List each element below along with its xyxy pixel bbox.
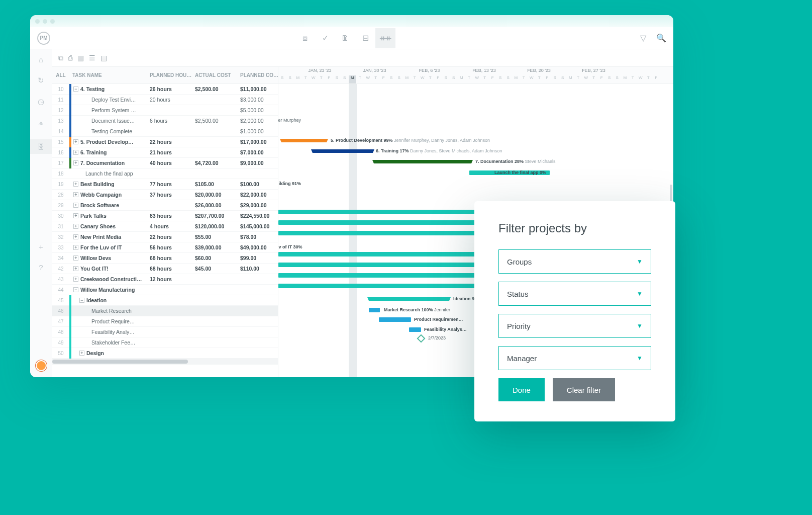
filter-select-status[interactable]: Status▼ [498, 282, 651, 306]
expand-toggle[interactable]: + [73, 277, 78, 282]
vtb-print-icon[interactable]: ⎙ [68, 54, 72, 62]
task-name-cell: 7. Documentation [80, 160, 125, 166]
expand-toggle[interactable]: + [73, 150, 78, 155]
task-name-cell: Canary Shoes [80, 223, 116, 229]
nav-team-icon[interactable]: ஃ [39, 118, 43, 127]
col-planned-cost[interactable]: PLANNED CO… [240, 72, 278, 78]
table-row[interactable]: 13Document Issue…6 hours$2,500.00$2,000.… [52, 116, 278, 126]
gantt-bar[interactable] [379, 317, 411, 322]
vtb-columns-icon[interactable]: ▦ [77, 54, 84, 62]
gantt-summary-bar[interactable] [369, 297, 449, 301]
expand-toggle[interactable]: + [73, 139, 78, 144]
table-row[interactable]: 18Launch the final app [52, 168, 278, 179]
table-row[interactable]: 12Perform System …$5,000.00 [52, 105, 278, 116]
expand-toggle[interactable]: + [73, 203, 78, 208]
expand-toggle[interactable]: + [73, 224, 78, 229]
tab-scan-icon[interactable]: ⧈ [295, 28, 315, 48]
table-row[interactable]: 44−Willow Manufacturing [52, 285, 278, 295]
tab-clipboard-icon[interactable]: 🗎 [335, 28, 355, 48]
expand-toggle[interactable]: + [73, 213, 78, 218]
gantt-summary-bar[interactable] [313, 149, 373, 153]
tab-activity-icon[interactable]: ✓ [315, 28, 335, 48]
expand-toggle[interactable]: + [73, 160, 78, 165]
expand-toggle[interactable]: + [73, 245, 78, 250]
filter-select-groups[interactable]: Groups▼ [498, 249, 651, 274]
task-grid: ALL TASK NAME PLANNED HOU… ACTUAL COST P… [52, 67, 278, 377]
table-row[interactable]: 28+Webb Campaign37 hours$20,000.00$22,00… [52, 190, 278, 200]
window-titlebar [30, 15, 673, 27]
chevron-down-icon: ▼ [637, 355, 643, 362]
table-row[interactable]: 47Product Require… [52, 316, 278, 327]
table-row[interactable]: 49Stakeholder Fee… [52, 337, 278, 348]
expand-toggle[interactable]: − [73, 287, 78, 292]
filter-select-priority[interactable]: Priority▼ [498, 314, 651, 338]
task-name-cell: Creekwood Constructi… [80, 276, 142, 282]
nav-history-icon[interactable]: ◷ [38, 97, 44, 106]
filter-icon[interactable]: ▽ [640, 33, 646, 43]
tab-link-icon[interactable]: ⊟ [355, 28, 375, 48]
nav-help-icon[interactable]: ? [39, 263, 43, 272]
table-row[interactable]: 16+6. Training21 hours$7,000.00 [52, 147, 278, 158]
table-row[interactable]: 10−4. Testing26 hours$2,500.00$11,000.00 [52, 84, 278, 95]
table-row[interactable]: 46Market Research [52, 306, 278, 316]
table-row[interactable]: 32+New Print Media22 hours$55.00$78.00 [52, 232, 278, 242]
nav-briefcase-icon[interactable]: 🗄 [37, 142, 45, 151]
gantt-summary-bar[interactable] [281, 139, 327, 142]
grid-horizontal-scrollbar[interactable] [52, 359, 278, 365]
table-row[interactable]: 15+5. Product Develop…22 hours$17,000.00 [52, 137, 278, 147]
expand-toggle[interactable]: + [73, 182, 78, 187]
task-name-cell: Deploy Test Envi… [91, 97, 136, 103]
done-button[interactable]: Done [498, 378, 545, 401]
task-name-cell: Product Require… [91, 318, 135, 324]
col-task-name[interactable]: TASK NAME [69, 72, 150, 78]
expand-toggle[interactable]: + [79, 351, 84, 356]
table-row[interactable]: 17+7. Documentation40 hours$4,720.00$9,0… [52, 158, 278, 168]
table-row[interactable]: 50+Design [52, 348, 278, 359]
task-name-cell: Feasibility Analy… [91, 329, 135, 335]
gantt-bar[interactable] [409, 327, 421, 332]
task-name-cell: New Print Media [80, 234, 121, 240]
table-row[interactable]: 19+Best Building77 hours$105.00$100.00 [52, 179, 278, 190]
clear-filter-button[interactable]: Clear filter [553, 378, 615, 401]
gantt-summary-bar[interactable] [374, 160, 471, 163]
col-actual-cost[interactable]: ACTUAL COST [195, 72, 240, 78]
gantt-bar[interactable] [369, 308, 380, 312]
task-name-cell: 4. Testing [80, 86, 105, 92]
vtb-chart-icon[interactable]: ⧉ [58, 54, 63, 62]
table-row[interactable]: 11Deploy Test Envi…20 hours$3,000.00 [52, 95, 278, 105]
expand-toggle[interactable]: − [73, 87, 78, 92]
expand-toggle[interactable]: + [73, 234, 78, 239]
expand-toggle[interactable]: + [73, 266, 78, 271]
gantt-label: ifer Murphey [278, 118, 301, 123]
table-row[interactable]: 43+Creekwood Constructi…12 hours [52, 274, 278, 285]
table-row[interactable]: 29+Brock Software$26,000.00$29,000.00 [52, 200, 278, 211]
table-row[interactable]: 30+Park Talks83 hours$207,700.00$224,550… [52, 211, 278, 221]
filter-select-manager[interactable]: Manager▼ [498, 346, 651, 370]
vtb-settings-icon[interactable]: ☰ [89, 54, 95, 62]
nav-home-icon[interactable]: ⌂ [39, 55, 43, 64]
chevron-down-icon: ▼ [637, 322, 643, 329]
table-row[interactable]: 42+You Got IT!68 hours$45.00$110.00 [52, 264, 278, 274]
col-planned-hours[interactable]: PLANNED HOU… [150, 72, 195, 78]
table-row[interactable]: 31+Canary Shoes4 hours$120,000.00$145,00… [52, 221, 278, 232]
tab-gantt-icon[interactable]: ᚑᚑ [375, 28, 395, 48]
col-all[interactable]: ALL [52, 72, 69, 78]
nav-add-icon[interactable]: + [39, 242, 43, 251]
expand-toggle[interactable]: + [73, 255, 78, 261]
gantt-milestone[interactable] [417, 334, 426, 343]
gantt-label: Product Requiremen… [414, 317, 463, 322]
table-row[interactable]: 45−Ideation [52, 295, 278, 306]
table-row[interactable]: 33+For the Luv of IT56 hours$39,000.00$4… [52, 242, 278, 253]
user-avatar[interactable] [36, 360, 47, 371]
table-row[interactable]: 14Testing Complete$1,000.00 [52, 126, 278, 137]
vtb-grid-icon[interactable]: ▤ [100, 54, 107, 62]
search-icon[interactable]: 🔍 [656, 33, 666, 43]
expand-toggle[interactable]: + [73, 192, 78, 197]
table-row[interactable]: 34+Willow Devs68 hours$60.00$99.00 [52, 253, 278, 264]
nav-refresh-icon[interactable]: ↻ [38, 76, 44, 85]
table-row[interactable]: 48Feasibility Analy… [52, 327, 278, 337]
task-name-cell: Document Issue… [91, 118, 135, 124]
expand-toggle[interactable]: − [79, 298, 84, 303]
chevron-down-icon: ▼ [637, 290, 643, 297]
task-name-cell: Perform System … [91, 107, 136, 113]
